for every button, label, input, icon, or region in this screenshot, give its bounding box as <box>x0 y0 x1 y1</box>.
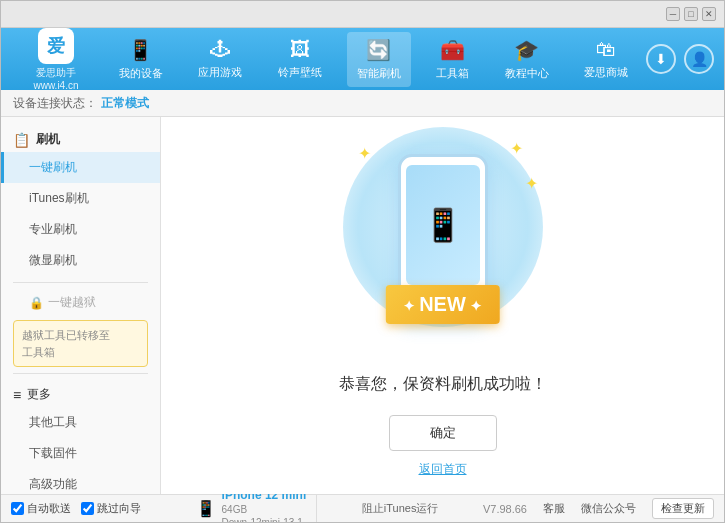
top-nav: 爱 爱思助手 www.i4.cn 📱 我的设备 🕹 应用游戏 🖼 铃声壁纸 🔄 … <box>1 28 724 90</box>
back-link[interactable]: 返回首页 <box>419 461 467 478</box>
app-container: ─ □ ✕ 爱 爱思助手 www.i4.cn 📱 我的设备 🕹 应用游戏 🖼 <box>0 0 725 523</box>
nav-tutorials-label: 教程中心 <box>505 66 549 81</box>
nav-device[interactable]: 📱 我的设备 <box>109 32 173 87</box>
logo-line2: www.i4.cn <box>33 80 78 91</box>
nav-tools[interactable]: 🧰 工具箱 <box>426 32 479 87</box>
sidebar-section-jailbreak: 🔒 一键越狱 <box>1 289 160 316</box>
version-text: V7.98.66 <box>483 503 527 515</box>
main-layout: 📋 刷机 一键刷机 iTunes刷机 专业刷机 微显刷机 🔒 一键越狱 <box>1 117 724 494</box>
sidebar-section-flash: 📋 刷机 <box>1 125 160 152</box>
status-bar: 设备连接状态： 正常模式 <box>1 90 724 117</box>
device-storage: 64GB <box>222 503 307 516</box>
status-value: 正常模式 <box>101 95 149 112</box>
jailbreak-notice: 越狱工具已转移至工具箱 <box>13 320 148 367</box>
tutorials-icon: 🎓 <box>514 38 539 62</box>
nav-wallpaper-label: 铃声壁纸 <box>278 65 322 80</box>
new-ribbon: NEW <box>385 285 499 324</box>
window-controls: ─ □ ✕ <box>666 7 716 21</box>
sparkle-1: ✦ <box>358 144 371 163</box>
auto-send-input[interactable] <box>11 502 24 515</box>
sidebar: 📋 刷机 一键刷机 iTunes刷机 专业刷机 微显刷机 🔒 一键越狱 <box>1 117 161 494</box>
nav-wallpaper[interactable]: 🖼 铃声壁纸 <box>268 32 332 86</box>
flash-section-label: 刷机 <box>36 131 60 148</box>
store-icon: 🛍 <box>596 38 616 61</box>
nav-tools-label: 工具箱 <box>436 66 469 81</box>
success-message: 恭喜您，保资料刷机成功啦！ <box>339 374 547 395</box>
nav-store-label: 爱思商城 <box>584 65 628 80</box>
sparkle-3: ✦ <box>525 174 538 193</box>
wallpaper-icon: 🖼 <box>290 38 310 61</box>
device-icon: 📱 <box>128 38 153 62</box>
apps-icon: 🕹 <box>210 38 230 61</box>
logo-icon: 爱 <box>38 28 74 64</box>
nav-smartflash-label: 智能刷机 <box>357 66 401 81</box>
customer-service-link[interactable]: 客服 <box>543 501 565 516</box>
skip-wizard-label: 跳过向导 <box>97 501 141 516</box>
auto-send-label: 自动歌送 <box>27 501 71 516</box>
wechat-link[interactable]: 微信公众号 <box>581 501 636 516</box>
logo-line1: 爱思助手 <box>36 66 76 80</box>
skip-wizard-input[interactable] <box>81 502 94 515</box>
check-update-button[interactable]: 检查更新 <box>652 498 714 519</box>
nav-apps[interactable]: 🕹 应用游戏 <box>188 32 252 86</box>
maximize-button[interactable]: □ <box>684 7 698 21</box>
confirm-button[interactable]: 确定 <box>389 415 497 451</box>
sidebar-item-download-fw[interactable]: 下载固件 <box>1 438 160 469</box>
auto-send-checkbox[interactable]: 自动歌送 <box>11 501 71 516</box>
nav-store[interactable]: 🛍 爱思商城 <box>574 32 638 86</box>
flash-section-icon: 📋 <box>13 132 30 148</box>
nav-items: 📱 我的设备 🕹 应用游戏 🖼 铃声壁纸 🔄 智能刷机 🧰 工具箱 🎓 <box>101 32 646 87</box>
device-model: Down-12mini-13,1 <box>222 516 307 523</box>
close-button[interactable]: ✕ <box>702 7 716 21</box>
user-button[interactable]: 👤 <box>684 44 714 74</box>
status-label: 设备连接状态： <box>13 95 97 112</box>
sidebar-item-itunes[interactable]: iTunes刷机 <box>1 183 160 214</box>
device-phone-icon: 📱 <box>196 499 216 518</box>
sparkle-2: ✦ <box>510 139 523 158</box>
bottom-left: 自动歌送 跳过向导 <box>11 501 141 516</box>
success-illustration: ✦ ✦ ✦ 📱 NEW <box>343 134 543 354</box>
logo: 爱 爱思助手 www.i4.cn <box>11 28 101 91</box>
sidebar-item-othertool[interactable]: 其他工具 <box>1 407 160 438</box>
itunes-status: 阻止iTunes运行 <box>362 501 439 516</box>
skip-wizard-checkbox[interactable]: 跳过向导 <box>81 501 141 516</box>
sidebar-item-onekey[interactable]: 一键刷机 <box>1 152 160 183</box>
sidebar-divider-1 <box>13 282 148 283</box>
content-area: ✦ ✦ ✦ 📱 NEW 恭喜您，保资料刷机成功啦！ 确定 返回首页 <box>161 117 724 494</box>
download-button[interactable]: ⬇ <box>646 44 676 74</box>
smartflash-icon: 🔄 <box>366 38 391 62</box>
title-bar: ─ □ ✕ <box>1 1 724 28</box>
nav-smartflash[interactable]: 🔄 智能刷机 <box>347 32 411 87</box>
sidebar-item-wechat[interactable]: 微显刷机 <box>1 245 160 276</box>
bottom-status: 阻止iTunes运行 <box>362 501 439 516</box>
nav-tutorials[interactable]: 🎓 教程中心 <box>495 32 559 87</box>
phone-screen: 📱 <box>406 165 480 285</box>
nav-device-label: 我的设备 <box>119 66 163 81</box>
bottom-bar: 自动歌送 跳过向导 📱 iPhone 12 mini 64GB Down-12m… <box>1 494 724 522</box>
nav-apps-label: 应用游戏 <box>198 65 242 80</box>
sidebar-divider-2 <box>13 373 148 374</box>
bottom-right: V7.98.66 客服 微信公众号 检查更新 <box>483 498 714 519</box>
minimize-button[interactable]: ─ <box>666 7 680 21</box>
sidebar-item-advanced[interactable]: 高级功能 <box>1 469 160 494</box>
tools-icon: 🧰 <box>440 38 465 62</box>
sidebar-item-pro[interactable]: 专业刷机 <box>1 214 160 245</box>
sidebar-section-more: ≡ 更多 <box>1 380 160 407</box>
nav-right: ⬇ 👤 <box>646 44 714 74</box>
